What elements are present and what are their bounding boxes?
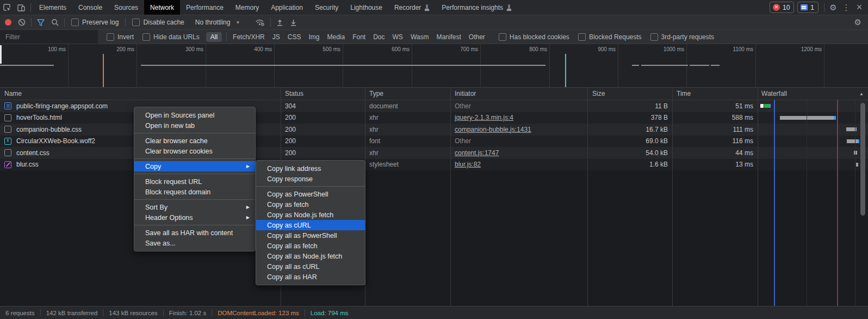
filter-type-ws[interactable]: WS <box>389 33 407 41</box>
preserve-log-checkbox[interactable]: Preserve log <box>67 19 123 26</box>
tab-security[interactable]: Security <box>309 0 344 15</box>
network-conditions-button[interactable] <box>252 15 268 29</box>
column-header-time[interactable]: Time <box>677 88 691 100</box>
tab-performance[interactable]: Performance <box>180 0 230 15</box>
device-toolbar-icon[interactable] <box>14 0 28 15</box>
table-row[interactable]: public-firing-range.appspot.com 304 docu… <box>0 100 868 112</box>
table-row[interactable]: blur.css stylesheet blur.js:82 1.6 kB 13… <box>0 159 868 171</box>
import-har-button[interactable] <box>273 15 287 29</box>
request-name[interactable]: public-firing-range.appspot.com <box>16 100 108 112</box>
filter-type-fetch-xhr[interactable]: Fetch/XHR <box>229 33 269 41</box>
column-separator[interactable] <box>450 88 451 306</box>
request-name[interactable]: companion-bubble.css <box>16 124 82 136</box>
filter-toggle-button[interactable] <box>34 15 48 29</box>
request-initiator-link[interactable]: blur.js:82 <box>455 159 481 171</box>
overview-left-handle[interactable] <box>0 45 2 64</box>
menu-item-copy-all-as-curl[interactable]: Copy all as cURL <box>256 261 365 272</box>
network-overview-timeline[interactable]: 100 ms 200 ms 300 ms 400 ms 500 ms 600 m… <box>0 44 868 88</box>
filter-type-other[interactable]: Other <box>465 33 489 41</box>
column-header-type[interactable]: Type <box>369 88 383 100</box>
request-name[interactable]: content.css <box>16 147 49 159</box>
filter-type-js[interactable]: JS <box>269 33 284 41</box>
tab-recorder[interactable]: Recorder <box>388 0 436 15</box>
invert-checkbox[interactable]: Invert <box>102 33 138 41</box>
column-separator[interactable] <box>672 88 673 306</box>
menu-item-block-request-domain[interactable]: Block request domain <box>134 187 255 197</box>
menu-item-copy-as-curl[interactable]: Copy as cURL <box>256 220 365 230</box>
request-initiator-link[interactable]: companion-bubble.js:1431 <box>455 124 531 136</box>
request-name[interactable]: hoverTools.html <box>16 112 62 124</box>
export-har-button[interactable] <box>287 15 300 29</box>
menu-item-header-options[interactable]: Header Options▶ <box>134 212 255 223</box>
column-header-size[interactable]: Size <box>592 88 605 100</box>
menu-item-copy-all-as-powershell[interactable]: Copy all as PowerShell <box>256 230 365 241</box>
network-settings-button[interactable]: ⚙ <box>851 15 865 29</box>
tab-application[interactable]: Application <box>265 0 309 15</box>
filter-type-media[interactable]: Media <box>323 33 349 41</box>
column-header-waterfall[interactable]: Waterfall <box>761 88 787 100</box>
menu-item-save-as[interactable]: Save as... <box>134 238 255 248</box>
inspect-element-icon[interactable] <box>0 0 14 15</box>
table-row[interactable]: hoverTools.html 200 xhr jquery-2.1.3.min… <box>0 112 868 124</box>
throttling-dropdown[interactable]: No throttling ▼ <box>189 19 245 26</box>
menu-item-open-in-new-tab[interactable]: Open in new tab <box>134 120 255 131</box>
request-initiator-link[interactable]: jquery-2.1.3.min.js:4 <box>455 112 513 124</box>
menu-item-copy-as-fetch[interactable]: Copy as fetch <box>256 199 365 210</box>
filter-type-img[interactable]: Img <box>305 33 323 41</box>
tab-memory[interactable]: Memory <box>230 0 265 15</box>
menu-item-copy-as-powershell[interactable]: Copy as PowerShell <box>256 189 365 199</box>
request-initiator-link[interactable]: content.js:1747 <box>455 147 499 159</box>
menu-item-clear-browser-cache[interactable]: Clear browser cache <box>134 136 255 146</box>
table-row[interactable]: T CircularXXWeb-Book.woff2 200 font Othe… <box>0 136 868 148</box>
table-row[interactable]: companion-bubble.css 200 xhr companion-b… <box>0 124 868 136</box>
kebab-menu-icon[interactable]: ⋮ <box>840 0 853 15</box>
filter-type-font[interactable]: Font <box>349 33 369 41</box>
filter-type-all[interactable]: All <box>206 32 222 42</box>
console-errors-badge[interactable]: ✕ 10 <box>770 2 794 13</box>
table-row[interactable]: content.css 200 xhr content.js:1747 54.0… <box>0 147 868 159</box>
record-network-log-button[interactable] <box>0 15 15 29</box>
column-header-initiator[interactable]: Initiator <box>455 88 476 100</box>
tab-console[interactable]: Console <box>72 0 108 15</box>
vertical-scrollbar[interactable] <box>860 103 865 216</box>
request-name[interactable]: CircularXXWeb-Book.woff2 <box>16 136 95 148</box>
menu-item-sort-by[interactable]: Sort By▶ <box>134 202 255 212</box>
menu-item-clear-browser-cookies[interactable]: Clear browser cookies <box>134 146 255 156</box>
tab-elements[interactable]: Elements <box>33 0 72 15</box>
tab-performance-insights[interactable]: Performance insights <box>436 0 518 15</box>
menu-item-copy-all-as-nodejs-fetch[interactable]: Copy all as Node.js fetch <box>256 251 365 261</box>
menu-item-copy[interactable]: Copy▶ <box>134 161 255 171</box>
menu-item-copy-as-nodejs-fetch[interactable]: Copy as Node.js fetch <box>256 210 365 220</box>
menu-item-copy-all-as-har[interactable]: Copy all as HAR <box>256 272 365 282</box>
filter-type-doc[interactable]: Doc <box>369 33 388 41</box>
disable-cache-checkbox[interactable]: Disable cache <box>128 19 188 26</box>
tab-sources[interactable]: Sources <box>108 0 144 15</box>
menu-item-copy-all-as-fetch[interactable]: Copy all as fetch <box>256 241 365 251</box>
close-icon[interactable]: × <box>853 0 866 15</box>
third-party-requests-checkbox[interactable]: 3rd-party requests <box>646 33 718 41</box>
request-time: 13 ms <box>672 159 753 171</box>
menu-item-copy-link-address[interactable]: Copy link address <box>256 163 365 174</box>
menu-item-copy-response[interactable]: Copy response <box>256 174 365 184</box>
hide-data-urls-checkbox[interactable]: Hide data URLs <box>138 33 204 41</box>
filter-input[interactable]: Filter <box>0 30 98 44</box>
menu-item-save-all-har[interactable]: Save all as HAR with content <box>134 228 255 238</box>
column-header-name[interactable]: Name <box>4 88 22 100</box>
clear-network-log-button[interactable] <box>15 15 29 29</box>
filter-type-manifest[interactable]: Manifest <box>432 33 464 41</box>
menu-item-block-request-url[interactable]: Block request URL <box>134 176 255 187</box>
blocked-requests-checkbox[interactable]: Blocked Requests <box>574 33 646 41</box>
search-button[interactable] <box>48 15 62 29</box>
menu-item-open-in-sources[interactable]: Open in Sources panel <box>134 110 255 120</box>
column-separator[interactable] <box>758 88 758 306</box>
filter-type-css[interactable]: CSS <box>284 33 305 41</box>
tab-network[interactable]: Network <box>144 0 180 15</box>
tab-lighthouse[interactable]: Lighthouse <box>344 0 388 15</box>
has-blocked-cookies-checkbox[interactable]: Has blocked cookies <box>494 33 574 41</box>
issues-badge[interactable]: 1 <box>797 2 819 13</box>
column-header-status[interactable]: Status <box>285 88 303 100</box>
filter-type-wasm[interactable]: Wasm <box>407 33 433 41</box>
settings-gear-icon[interactable]: ⚙ <box>827 0 840 15</box>
request-name[interactable]: blur.css <box>16 159 39 171</box>
column-separator[interactable] <box>587 88 588 306</box>
